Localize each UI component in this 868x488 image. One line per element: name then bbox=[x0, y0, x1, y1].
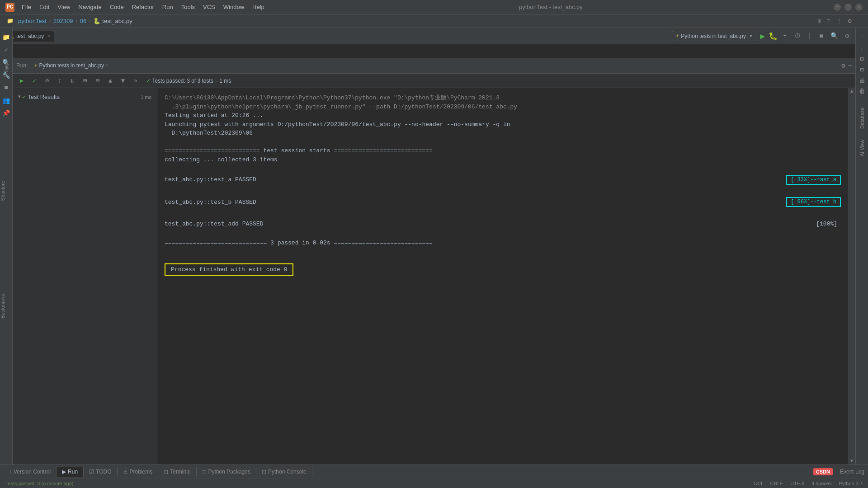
scroll-down-icon[interactable]: ▼ bbox=[850, 459, 853, 464]
tab-terminal[interactable]: ◻ Terminal bbox=[158, 467, 196, 477]
menu-refactor[interactable]: Refactor bbox=[128, 2, 158, 12]
run-check-btn[interactable]: ✓ bbox=[29, 75, 40, 86]
run-button[interactable]: ▶ bbox=[760, 31, 765, 41]
test-a-name: test_abc.py::test_a PASSED bbox=[165, 176, 256, 183]
search-button[interactable]: 🔍 bbox=[829, 31, 840, 41]
profile-button[interactable]: ⏱ bbox=[793, 32, 802, 41]
run-align1-btn[interactable]: ⊞ bbox=[80, 75, 90, 86]
settings-button[interactable]: ⚙ bbox=[844, 31, 851, 41]
sidebar-icon-commit[interactable]: ✓ bbox=[1, 44, 12, 55]
breadcrumb-seg1[interactable]: 202309 bbox=[53, 18, 73, 24]
right-icon2[interactable]: ↓ bbox=[857, 42, 868, 53]
run-sort2-btn[interactable]: ⇅ bbox=[67, 75, 78, 86]
indent-size[interactable]: 4 spaces bbox=[811, 481, 831, 486]
tab-problems[interactable]: ⚠ Problems bbox=[118, 467, 159, 477]
aiview-label[interactable]: AI View bbox=[857, 136, 868, 160]
test-b-name: test_abc.py::test_b PASSED bbox=[165, 199, 256, 206]
encoding[interactable]: UTF-8 bbox=[790, 481, 804, 486]
run-align2-btn[interactable]: ⊟ bbox=[92, 75, 103, 86]
run-next-btn[interactable]: » bbox=[130, 75, 141, 86]
editor-tabs-left: 🐍 test_abc.py × bbox=[4, 31, 670, 42]
run-label: Run: bbox=[16, 62, 28, 69]
maximize-button[interactable]: □ bbox=[844, 4, 852, 11]
scroll-up-icon[interactable]: ▲ bbox=[850, 89, 853, 94]
python-packages-label: Python Packages bbox=[208, 469, 250, 475]
console-blank5 bbox=[165, 248, 841, 257]
menu-edit[interactable]: Edit bbox=[36, 2, 53, 12]
run-tab-close-btn[interactable]: × bbox=[106, 63, 108, 68]
console-line-2: .3\plugins\python\helpers\pycharm\_jb_py… bbox=[165, 103, 841, 112]
breadcrumb-file[interactable]: 🐍test_abc.py bbox=[93, 18, 132, 24]
right-icon6[interactable]: 🗑 bbox=[857, 86, 868, 97]
sidebar-icon-users[interactable]: 👥 bbox=[1, 95, 12, 106]
run-toolbar: Run: ⚡ Python tests in test_abc.py × ⚙ ─ bbox=[13, 58, 855, 74]
nav-icon5[interactable]: ─ bbox=[855, 17, 863, 26]
sidebar-icon-pin[interactable]: 📌 bbox=[1, 108, 12, 118]
breadcrumb-bar: 📁 pythonTest › 202309 › 06 › 🐍test_abc.p… bbox=[0, 14, 868, 28]
run-collapse-icon[interactable]: ─ bbox=[848, 62, 852, 69]
run-settings-icon[interactable]: ⚙ bbox=[841, 62, 845, 70]
minimize-button[interactable]: ─ bbox=[834, 4, 841, 11]
sidebar-icon-stop[interactable]: ■ bbox=[1, 82, 12, 93]
line-separator[interactable]: CRLF bbox=[770, 481, 783, 486]
debug-button[interactable]: 🐛 bbox=[769, 32, 778, 41]
run-tab-item[interactable]: ⚡ Python tests in test_abc.py × bbox=[30, 61, 112, 71]
tab-python-packages[interactable]: ◻ Python Packages bbox=[197, 467, 256, 477]
editor-toolbar-right: ⚡ Python tests in test_abc.py ▼ ▶ 🐛 ☂ ⏱ … bbox=[672, 31, 864, 41]
run-stop-btn[interactable]: ⊘ bbox=[42, 75, 52, 86]
database-label[interactable]: Database bbox=[857, 104, 868, 132]
right-sidebar-panel: ↑ ↓ ⊞ ⊟ 🖨 🗑 Database AI View bbox=[855, 28, 868, 465]
tree-time: 1 ms bbox=[141, 94, 151, 100]
python-console-label: Python Console bbox=[268, 469, 307, 475]
menu-navigate[interactable]: Navigate bbox=[75, 2, 105, 12]
right-icon4[interactable]: ⊟ bbox=[857, 64, 868, 75]
run-play-btn[interactable]: ▶ bbox=[16, 75, 27, 86]
coverage-button[interactable]: ☂ bbox=[781, 31, 788, 41]
menu-tools[interactable]: Tools bbox=[178, 2, 198, 12]
nav-icon4[interactable]: ⚙ bbox=[846, 16, 853, 26]
tab-close-btn[interactable]: × bbox=[47, 34, 50, 39]
project-side-label[interactable]: Project bbox=[4, 60, 9, 79]
run-config-button[interactable]: ⚡ Python tests in test_abc.py ▼ bbox=[672, 31, 756, 41]
csdn-badge[interactable]: CSDN bbox=[813, 468, 833, 475]
tab-todo[interactable]: ☑ TODO bbox=[84, 467, 117, 477]
test-add-name: test_abc.py::test_add PASSED bbox=[165, 221, 263, 227]
tab-python-console[interactable]: ◻ Python Console bbox=[256, 467, 312, 477]
project-toggle-icon[interactable]: 📁 bbox=[5, 17, 14, 26]
run-up-btn[interactable]: ▲ bbox=[105, 75, 116, 86]
close-button[interactable]: ✕ bbox=[855, 4, 863, 11]
cursor-position[interactable]: 13:1 bbox=[753, 481, 763, 486]
file-icon: 🐍 bbox=[93, 18, 100, 24]
menu-view[interactable]: View bbox=[54, 2, 74, 12]
process-finished-box: Process finished with exit code 0 bbox=[165, 256, 841, 276]
tree-item-results[interactable]: ▼ ✓ Test Results 1 ms bbox=[13, 92, 157, 102]
menu-help[interactable]: Help bbox=[249, 2, 268, 12]
right-icon1[interactable]: ↑ bbox=[857, 32, 868, 42]
menu-run[interactable]: Run bbox=[159, 2, 177, 12]
run-down-btn[interactable]: ▼ bbox=[118, 75, 128, 86]
menu-window[interactable]: Window bbox=[220, 2, 248, 12]
breadcrumb-seg2[interactable]: 06 bbox=[80, 18, 86, 24]
status-right: CSDN Event Log bbox=[813, 468, 864, 475]
nav-icon3[interactable]: ⋮ bbox=[834, 16, 844, 26]
run-sort1-btn[interactable]: ↕ bbox=[54, 75, 65, 86]
structure-side-label[interactable]: Structure bbox=[0, 181, 5, 201]
bookmarks-side-label[interactable]: Bookmarks bbox=[0, 294, 5, 319]
stop-button[interactable]: ■ bbox=[817, 32, 825, 41]
tree-check-icon: ✓ bbox=[23, 94, 26, 100]
menu-vcs[interactable]: VCS bbox=[199, 2, 219, 12]
right-icon5[interactable]: 🖨 bbox=[857, 75, 868, 86]
tab-run[interactable]: ▶ Run bbox=[57, 467, 84, 477]
nav-icon1[interactable]: ⊕ bbox=[816, 16, 823, 26]
sidebar-icon-project[interactable]: 📁 bbox=[1, 32, 12, 42]
toolbar-more-icon[interactable]: | bbox=[806, 31, 814, 41]
menu-file[interactable]: File bbox=[18, 2, 35, 12]
breadcrumb-project[interactable]: pythonTest bbox=[18, 18, 47, 24]
event-log-link[interactable]: Event Log bbox=[840, 469, 864, 475]
menu-code[interactable]: Code bbox=[106, 2, 127, 12]
tab-version-control[interactable]: ↑ Version Control bbox=[4, 467, 57, 477]
python-version[interactable]: Python 3.7 bbox=[839, 481, 863, 486]
right-icon3[interactable]: ⊞ bbox=[857, 53, 868, 64]
run-actions-bar: ▶ ✓ ⊘ ↕ ⇅ ⊞ ⊟ ▲ ▼ » ✓ Tests passed: 3 of… bbox=[13, 74, 855, 88]
nav-icon2[interactable]: ≡ bbox=[825, 17, 832, 26]
